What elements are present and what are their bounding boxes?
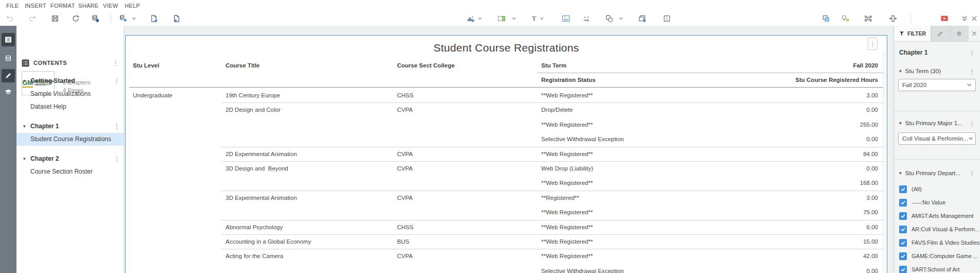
add-chart-dropdown-arrow[interactable] bbox=[477, 13, 483, 24]
tab-edit-filters[interactable] bbox=[931, 26, 950, 41]
cell-course[interactable]: 2D Experimental Animation bbox=[226, 147, 297, 161]
add-table-button[interactable] bbox=[496, 13, 507, 24]
cell-hours[interactable]: 42.00 bbox=[816, 249, 878, 263]
column-header[interactable]: Course Sect College bbox=[397, 58, 455, 73]
refresh-button[interactable] bbox=[70, 13, 81, 24]
cell-course[interactable]: 3D Experimental Animation bbox=[226, 191, 297, 205]
cell-status[interactable]: **Web Registered** bbox=[541, 176, 593, 190]
contents-page-item[interactable]: Student Course Registrations bbox=[16, 133, 124, 146]
menu-share[interactable]: SHARE bbox=[78, 0, 98, 11]
column-header[interactable]: Course Title bbox=[226, 58, 260, 73]
column-header[interactable]: Stu Term bbox=[541, 58, 566, 73]
cell-college[interactable]: CHSS bbox=[397, 220, 414, 234]
filter-section-menu-button[interactable]: ⋮ bbox=[969, 67, 975, 75]
cell-hours[interactable]: 15.00 bbox=[816, 234, 878, 249]
cell-status[interactable]: Web Drop (Liability) bbox=[541, 161, 593, 176]
present-button[interactable] bbox=[939, 13, 950, 24]
contents-page-item[interactable]: Dataset Help bbox=[16, 100, 124, 113]
cell-hours[interactable]: 168.00 bbox=[816, 176, 878, 190]
add-table-dropdown-arrow[interactable] bbox=[511, 13, 517, 24]
rail-data-button[interactable] bbox=[2, 52, 15, 65]
chapter-row[interactable]: ▾Chapter 2⋮ bbox=[16, 153, 124, 164]
cell-status[interactable]: Drop/Delete bbox=[541, 103, 573, 117]
cell-status[interactable]: **Web Registered** bbox=[541, 220, 593, 234]
cell-status[interactable]: **Registered** bbox=[541, 191, 579, 205]
filter-checkbox-item[interactable]: AR:Coll Visual & Perform... bbox=[899, 223, 976, 236]
cell-hours[interactable]: 3.00 bbox=[816, 191, 878, 205]
cell-status[interactable]: Selective Withdrawal Exception bbox=[541, 264, 624, 273]
measure-header[interactable]: Stu Course Registered Hours bbox=[796, 73, 878, 87]
chapter-row[interactable]: ▾Chapter 1⋮ bbox=[16, 121, 124, 132]
cell-status[interactable]: **Web Registered** bbox=[541, 147, 593, 161]
cell-college[interactable]: CVPA bbox=[397, 249, 412, 263]
menu-view[interactable]: VIEW bbox=[103, 0, 118, 11]
cell-hours[interactable]: 0.00 bbox=[816, 264, 878, 273]
checkbox-checked-icon[interactable] bbox=[899, 239, 907, 247]
filter-section-header[interactable]: ▾Stu Primary Depart...⋮ bbox=[899, 168, 975, 178]
rail-edit-button[interactable] bbox=[2, 69, 15, 82]
filter-checkbox-item[interactable]: AMGT:Arts Management bbox=[899, 209, 976, 223]
duplicate-button[interactable] bbox=[820, 13, 832, 24]
add-container-button[interactable] bbox=[637, 13, 648, 24]
filter-checkbox-item[interactable]: FAVS:Film & Video Studies bbox=[899, 236, 976, 249]
cell-course[interactable]: 2D Design and Color bbox=[226, 103, 281, 117]
data-sources-button[interactable]: 0 bbox=[90, 13, 101, 24]
add-chart-button[interactable] bbox=[465, 13, 476, 24]
chapter-row[interactable]: ▾Getting Started⋮ bbox=[16, 75, 124, 87]
insights-button[interactable] bbox=[839, 13, 851, 24]
cell-status[interactable]: **Web Registered** bbox=[541, 88, 593, 103]
menu-insert[interactable]: INSERT bbox=[25, 0, 46, 11]
tab-filter-settings[interactable] bbox=[950, 26, 969, 41]
add-info-cell-button[interactable]: i bbox=[661, 13, 673, 24]
cell-college[interactable]: CVPA bbox=[397, 147, 412, 161]
undo-button[interactable] bbox=[4, 13, 15, 24]
cell-college[interactable]: CHSS bbox=[397, 88, 414, 103]
checkbox-checked-icon[interactable] bbox=[899, 212, 907, 220]
add-text-button[interactable]: T bbox=[528, 13, 540, 24]
cell-hours[interactable]: 0.00 bbox=[816, 132, 878, 146]
filter-dropdown[interactable]: Coll Visual & Performin... bbox=[898, 132, 976, 145]
cell-course[interactable]: Acting for the Camera bbox=[226, 249, 283, 263]
cell-course[interactable]: Accounting in a Global Economy bbox=[226, 234, 311, 249]
checkbox-checked-icon[interactable] bbox=[899, 266, 907, 273]
checkbox-checked-icon[interactable] bbox=[899, 252, 907, 260]
menu-file[interactable]: FILE bbox=[6, 0, 19, 11]
filter-dropdown[interactable]: Fall 2020 bbox=[898, 79, 976, 91]
cell-status[interactable]: **Web Registered** bbox=[541, 234, 593, 249]
add-data-dropdown-arrow[interactable] bbox=[131, 13, 137, 24]
group-selection-button[interactable] bbox=[863, 13, 874, 24]
cell-hours[interactable]: 6.00 bbox=[816, 220, 878, 234]
cell-hours[interactable]: 3.00 bbox=[816, 88, 878, 103]
cell-status[interactable]: **Web Registered** bbox=[541, 117, 593, 132]
add-page-button[interactable] bbox=[148, 13, 160, 24]
tab-filter[interactable]: FILTER bbox=[894, 26, 931, 41]
contents-page-item[interactable]: Sample Visualizations bbox=[16, 88, 124, 100]
checkbox-checked-icon[interactable] bbox=[899, 185, 907, 193]
cell-hours[interactable]: 0.00 bbox=[816, 161, 878, 176]
column-header[interactable]: Stu Level bbox=[133, 58, 159, 73]
chapter-menu-button[interactable]: ⋮ bbox=[113, 153, 119, 164]
rail-contents-button[interactable] bbox=[2, 33, 15, 46]
cell-status[interactable]: **Web Registered** bbox=[541, 249, 593, 263]
filter-section-header[interactable]: ▾Stu Term (30)⋮ bbox=[899, 66, 975, 76]
filter-section-menu-button[interactable]: ⋮ bbox=[969, 120, 975, 127]
menu-format[interactable]: FORMAT bbox=[50, 0, 75, 11]
cell-college[interactable]: BUS bbox=[397, 234, 409, 249]
cell-course[interactable]: 19th Century Europe bbox=[226, 88, 280, 103]
filter-scope-menu-button[interactable]: ⋮ bbox=[969, 49, 975, 57]
filter-checkbox-item[interactable]: -----:No Value bbox=[899, 196, 976, 209]
cell-course[interactable]: 3D Design and Beyond bbox=[226, 161, 288, 176]
cell-status[interactable]: Selective Withdrawal Exception bbox=[541, 132, 624, 146]
cell-college[interactable]: CVPA bbox=[397, 161, 412, 176]
rail-layers-button[interactable] bbox=[2, 86, 15, 99]
report-page[interactable]: Student Course Registrations ⋮ Stu Level… bbox=[125, 35, 887, 273]
filter-checkbox-item[interactable]: (All) bbox=[899, 182, 976, 196]
contents-menu-button[interactable]: ⋮ bbox=[112, 59, 118, 67]
filter-checkbox-item[interactable]: GAME:Computer Game ... bbox=[899, 249, 976, 263]
add-document-button[interactable] bbox=[171, 13, 182, 24]
save-button[interactable] bbox=[49, 13, 61, 24]
filter-section-header[interactable]: ▾Stu Primary Major 1...⋮ bbox=[899, 118, 975, 128]
add-html-button[interactable]: < >HTML bbox=[581, 13, 592, 24]
cell-status[interactable]: **Web Registered** bbox=[541, 205, 593, 219]
cell-hours[interactable]: 255.00 bbox=[816, 117, 878, 132]
